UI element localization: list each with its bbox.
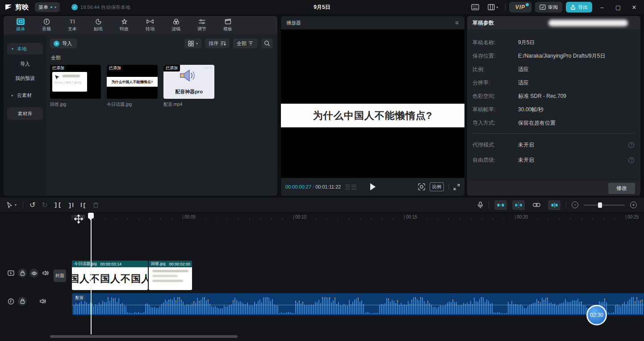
frame-grid-icon: [351, 185, 356, 189]
redo-button[interactable]: ↻: [42, 202, 47, 209]
delete-button[interactable]: [93, 202, 99, 208]
lock-track-button[interactable]: [18, 269, 27, 278]
record-voiceover-button[interactable]: [477, 202, 483, 209]
linkage-toggle[interactable]: [530, 200, 543, 210]
clip-answer[interactable]: 回答.jpg 00:00:02:00: [149, 261, 192, 290]
tab-audio[interactable]: 音频: [34, 16, 59, 34]
ruler-minor-tick: [415, 218, 416, 220]
help-icon[interactable]: ?: [628, 157, 634, 163]
waveform-bar: [352, 302, 353, 314]
sort-button[interactable]: 排序: [205, 38, 230, 48]
tab-adjust[interactable]: 调节: [189, 16, 214, 34]
waveform-bar: [140, 313, 141, 314]
ruler-minor-tick: [570, 218, 571, 220]
waveform-bar: [286, 312, 287, 314]
volume-line[interactable]: [72, 305, 644, 305]
layout-switch-button[interactable]: ▾: [485, 2, 502, 12]
search-button[interactable]: [261, 38, 273, 48]
vip-button[interactable]: VIP: [509, 2, 531, 13]
close-button[interactable]: ✕: [628, 0, 640, 14]
waveform-peak-tip: [640, 300, 641, 302]
tab-text[interactable]: TI 文本: [60, 16, 85, 34]
playhead-line[interactable]: [91, 215, 92, 334]
waveform-bar: [106, 302, 107, 314]
audio-clip-voiceover[interactable]: 配音: [72, 293, 644, 315]
trim-left-button[interactable]: ]Ⅰ: [68, 202, 74, 209]
export-icon: [570, 4, 576, 10]
magnetic-snap-toggle[interactable]: [494, 200, 507, 210]
waveform-bar: [234, 298, 235, 314]
fullscreen-icon[interactable]: [453, 184, 460, 190]
ruler-minor-tick: [338, 218, 338, 220]
media-item-answer[interactable]: 10,076 人赞同了该回答 已添加 回答.jpg: [50, 65, 101, 108]
maximize-button[interactable]: ▢: [612, 0, 624, 14]
timeline-ruler[interactable]: 00:0000:0500:1000:1500:2000:25: [50, 213, 644, 223]
clip-topic[interactable]: 今日话题.jpg 00:00:03:14 国人不国人不国人不国人: [72, 261, 148, 290]
import-button[interactable]: + 导入: [50, 38, 77, 48]
recording-timer-badge[interactable]: 02:30: [586, 305, 607, 325]
waveform-bar: [177, 297, 178, 314]
preview-axis-toggle[interactable]: [548, 200, 560, 210]
waveform-bar: [351, 304, 351, 314]
waveform-bar: [483, 297, 484, 314]
sidebar-item-local[interactable]: ▾ 本地: [7, 43, 43, 55]
waveform-bar: [186, 304, 187, 314]
waveform-bar: [379, 305, 380, 314]
review-button[interactable]: 审阅: [535, 2, 562, 13]
view-mode-button[interactable]: ▾: [184, 38, 201, 48]
minimize-button[interactable]: –: [596, 0, 608, 14]
timeline-scrollbar[interactable]: [50, 335, 238, 338]
autosave-status: ✓ 19:56:44 自动保存本地: [71, 4, 130, 11]
undo-button[interactable]: ↺: [29, 202, 35, 209]
export-button[interactable]: 导出: [566, 2, 592, 13]
lock-track-button[interactable]: [18, 297, 27, 306]
media-item-topic[interactable]: 为什么中国人不能懒惰点? 已添加 今日话题.jpg: [107, 65, 158, 108]
play-button[interactable]: [370, 183, 376, 190]
cover-button[interactable]: 封面: [54, 269, 66, 282]
zoom-in-button[interactable]: +: [630, 202, 637, 208]
waveform-bar: [477, 302, 478, 314]
mute-track-button[interactable]: [41, 269, 50, 278]
tab-transitions[interactable]: 转场: [138, 16, 163, 34]
waveform-bar: [224, 306, 225, 314]
select-tool-button[interactable]: ▾: [6, 202, 17, 209]
preview-quality-icon[interactable]: [418, 183, 425, 190]
ruler-minor-tick: [382, 218, 382, 220]
tab-media[interactable]: 媒体: [8, 16, 33, 34]
auto-snap-toggle[interactable]: [512, 200, 525, 210]
player-menu-icon[interactable]: ≡: [455, 19, 459, 26]
menu-button[interactable]: 菜单 ▾: [35, 2, 60, 12]
sidebar-item-library[interactable]: 素材库: [7, 107, 43, 120]
filter-button[interactable]: 全部: [233, 38, 258, 48]
media-item-voiceover[interactable]: 配音神器pro 01:12 已添加 配音.mp4: [163, 65, 214, 108]
waveform-bar: [88, 304, 89, 314]
timeline-zoom-slider[interactable]: [584, 205, 625, 206]
tab-templates[interactable]: 模板: [215, 16, 240, 34]
zoom-out-button[interactable]: −: [572, 202, 578, 208]
tab-effects[interactable]: 特效: [112, 16, 137, 34]
hide-track-button[interactable]: [29, 269, 38, 278]
ruler-minor-tick: [615, 218, 615, 220]
waveform-bar: [295, 301, 296, 314]
playhead-handle[interactable]: [88, 213, 94, 219]
mute-track-button[interactable]: [38, 297, 47, 306]
split-button[interactable]: ][: [54, 202, 62, 208]
divider: [473, 133, 635, 134]
tab-filters[interactable]: 滤镜: [163, 16, 188, 34]
tab-sticker[interactable]: 贴纸: [86, 16, 111, 34]
trim-right-button[interactable]: Ⅰ[: [80, 202, 87, 209]
ratio-button[interactable]: 比例: [430, 182, 444, 191]
modify-button[interactable]: 修改: [608, 183, 635, 194]
waveform-bar: [270, 301, 271, 314]
waveform-bar: [572, 300, 573, 314]
review-label: 审阅: [548, 4, 558, 11]
waveform-bar: [145, 304, 146, 314]
ruler-minor-tick: [349, 218, 349, 220]
zoom-slider-thumb[interactable]: [598, 202, 602, 208]
help-icon[interactable]: ?: [628, 142, 634, 148]
sidebar-item-import[interactable]: 导入: [7, 59, 43, 69]
shortcut-keys-button[interactable]: [469, 2, 481, 12]
video-preview[interactable]: 为什么中国人不能懒惰点?: [281, 29, 464, 178]
sidebar-item-presets[interactable]: 我的预设: [7, 73, 43, 83]
sidebar-item-cloud[interactable]: ▸ 云素材: [7, 89, 43, 101]
